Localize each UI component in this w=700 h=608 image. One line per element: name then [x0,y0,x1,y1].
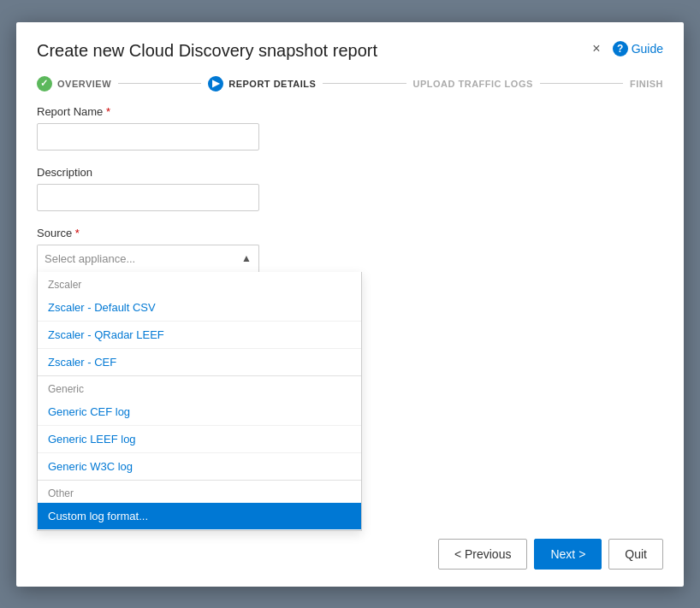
step-report-details-icon: ▶ [208,76,223,91]
step-upload: UPLOAD TRAFFIC LOGS [413,79,533,89]
guide-label: Guide [632,42,663,56]
dropdown-item-generic-w3c[interactable]: Generic W3C log [38,453,361,481]
dropdown-arrow-icon: ▲ [241,252,252,264]
previous-label: < Previous [454,547,512,561]
step-upload-label: UPLOAD TRAFFIC LOGS [413,79,533,89]
step-overview: ✓ OVERVIEW [37,76,111,91]
modal-title: Create new Cloud Discovery snapshot repo… [37,41,377,61]
quit-button[interactable]: Quit [608,539,663,570]
dropdown-item-custom-log[interactable]: Custom log format... [38,503,361,530]
step-overview-label: OVERVIEW [57,79,111,89]
description-label: Description [37,166,663,179]
group-header-other: Other [38,481,361,503]
report-name-input[interactable] [37,123,259,151]
report-name-group: Report Name * [37,105,663,151]
header-actions: × ? Guide [592,41,663,56]
step-line-2 [323,83,406,84]
dropdown-item-zscaler-qradar[interactable]: Zscaler - QRadar LEEF [38,322,361,349]
dropdown-list: Zscaler Zscaler - Default CSV Zscaler - … [37,272,362,531]
next-button[interactable]: Next > [534,539,602,570]
step-line-1 [118,83,201,84]
step-overview-icon: ✓ [37,76,52,91]
report-name-label: Report Name * [37,105,663,118]
source-dropdown-trigger[interactable]: Select appliance... ▲ [37,245,259,272]
next-label: Next > [550,547,585,561]
description-group: Description [37,166,663,211]
step-line-3 [540,83,623,84]
report-name-required: * [106,105,110,118]
dropdown-item-zscaler-cef[interactable]: Zscaler - CEF [38,349,361,376]
source-required: * [75,227,80,239]
previous-button[interactable]: < Previous [438,539,528,570]
description-input[interactable] [37,184,259,211]
step-finish: FINISH [630,79,663,89]
dropdown-item-zscaler-default-csv[interactable]: Zscaler - Default CSV [38,294,361,322]
guide-icon: ? [613,41,628,56]
source-placeholder: Select appliance... [44,252,135,265]
source-dropdown-container: Select appliance... ▲ Zscaler Zscaler - … [37,245,259,272]
guide-link[interactable]: ? Guide [613,41,663,56]
dropdown-item-generic-cef[interactable]: Generic CEF log [38,398,361,426]
form-body: Report Name * Description Source * Selec… [16,105,684,525]
group-header-generic: Generic [38,376,361,398]
dropdown-item-generic-leef[interactable]: Generic LEEF log [38,426,361,453]
group-header-zscaler: Zscaler [38,272,361,294]
quit-label: Quit [625,547,647,561]
step-finish-label: FINISH [630,79,663,89]
steps-bar: ✓ OVERVIEW ▶ REPORT DETAILS UPLOAD TRAFF… [16,69,684,105]
step-report-details: ▶ REPORT DETAILS [208,76,316,91]
step-report-details-label: REPORT DETAILS [228,79,316,89]
modal-container: Create new Cloud Discovery snapshot repo… [16,22,684,587]
source-group: Source * Select appliance... ▲ Zscaler Z… [37,227,663,272]
close-button[interactable]: × [592,42,600,56]
source-label: Source * [37,227,663,239]
modal-header: Create new Cloud Discovery snapshot repo… [16,22,684,69]
modal-footer: < Previous Next > Quit [16,525,684,570]
